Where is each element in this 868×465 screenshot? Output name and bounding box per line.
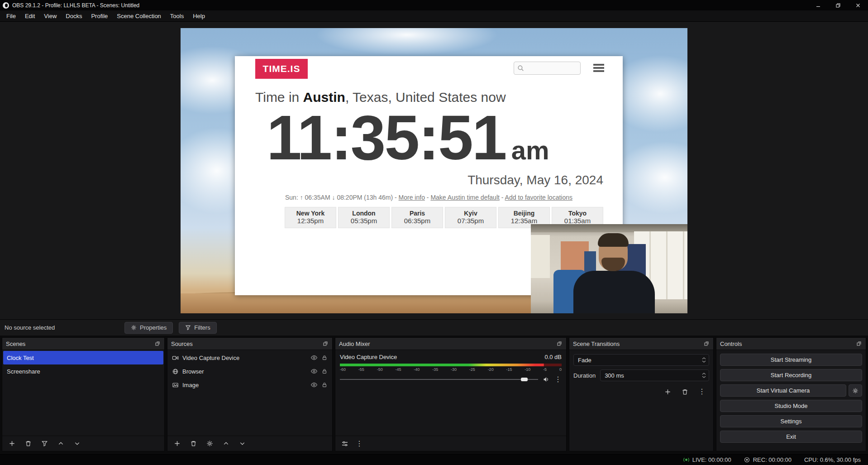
scene-transitions-dock-header[interactable]: Scene Transitions xyxy=(569,338,713,350)
sources-toolbar xyxy=(167,436,332,451)
dock-popout-icon[interactable] xyxy=(856,340,862,347)
city-box: London05:35pm xyxy=(338,207,390,228)
filters-button[interactable]: Filters xyxy=(179,322,216,334)
remove-transition-button[interactable] xyxy=(679,386,690,397)
audio-mixer-dock-header[interactable]: Audio Mixer xyxy=(335,338,566,350)
timeis-header: TIME.IS xyxy=(235,56,623,82)
preview-area: TIME.IS Time in Austin, Texas, United St… xyxy=(0,22,868,319)
cloud-shape xyxy=(316,28,497,55)
move-scene-down-button[interactable] xyxy=(72,438,82,449)
scenes-dock-header[interactable]: Scenes xyxy=(2,338,164,350)
speaker-icon[interactable] xyxy=(543,376,550,383)
date-display: Thursday, May 16, 2024 xyxy=(235,173,623,187)
duration-label: Duration xyxy=(573,372,596,379)
video-camera-icon xyxy=(172,355,179,361)
timeis-logo: TIME.IS xyxy=(255,59,308,79)
visibility-eye-icon[interactable] xyxy=(310,368,318,375)
lock-icon[interactable] xyxy=(321,382,328,388)
window-title: OBS 29.1.2 - Profile: LLHLS BETA - Scene… xyxy=(12,2,139,9)
webcam-overlay xyxy=(531,224,687,313)
live-status: LIVE: 00:00:00 xyxy=(683,456,731,463)
duration-spinbox[interactable]: 300 ms xyxy=(600,369,709,381)
more-info-link: More info xyxy=(399,194,425,201)
properties-button[interactable]: Properties xyxy=(124,322,173,334)
start-virtual-camera-button[interactable]: Start Virtual Camera xyxy=(720,384,846,397)
dock-popout-icon[interactable] xyxy=(703,340,710,347)
image-icon xyxy=(172,382,179,388)
source-item-video-capture[interactable]: Video Capture Device xyxy=(168,351,331,364)
settings-button[interactable]: Settings xyxy=(720,415,862,427)
combo-arrows-icon[interactable] xyxy=(702,357,707,363)
visibility-eye-icon[interactable] xyxy=(310,354,318,361)
source-item-image[interactable]: Image xyxy=(168,378,331,392)
menu-docks[interactable]: Docks xyxy=(61,11,86,21)
dock-popout-icon[interactable] xyxy=(322,340,329,347)
scene-item-clock-test[interactable]: Clock Test xyxy=(3,351,163,364)
filter-funnel-icon xyxy=(185,325,191,331)
menu-profile[interactable]: Profile xyxy=(86,11,112,21)
lock-icon[interactable] xyxy=(321,355,328,361)
dock-popout-icon[interactable] xyxy=(556,340,563,347)
timeis-search-box xyxy=(514,62,581,75)
mixer-options-button[interactable]: ⋮ xyxy=(356,440,363,447)
rec-status: REC: 00:00:00 xyxy=(744,456,792,463)
add-source-button[interactable] xyxy=(172,438,182,449)
minimize-button[interactable] xyxy=(808,0,828,10)
cloud-shape xyxy=(615,141,687,214)
scene-filters-button[interactable] xyxy=(39,438,50,449)
spinner-arrows-icon[interactable] xyxy=(702,373,707,378)
remove-scene-button[interactable] xyxy=(23,438,33,449)
transition-select[interactable]: Fade xyxy=(573,354,709,366)
lock-icon[interactable] xyxy=(321,368,328,374)
clock-ampm: am xyxy=(511,137,549,163)
meter-scale: -60-55-50-45-40-35-30-25-20-15-10-50 xyxy=(340,367,562,372)
scenes-dock: Scenes Clock Test Screenshare xyxy=(2,337,165,451)
advanced-audio-properties-button[interactable] xyxy=(339,438,350,449)
add-transition-button[interactable] xyxy=(662,386,673,397)
scene-item-screenshare[interactable]: Screenshare xyxy=(3,364,163,378)
channel-options-button[interactable]: ⋮ xyxy=(554,376,562,383)
exit-button[interactable]: Exit xyxy=(720,431,862,443)
menu-tools[interactable]: Tools xyxy=(166,11,188,21)
move-source-up-button[interactable] xyxy=(220,438,231,449)
source-item-browser[interactable]: Browser xyxy=(168,364,331,378)
volume-slider[interactable] xyxy=(340,376,538,383)
dock-row: Scenes Clock Test Screenshare xyxy=(0,336,868,454)
close-button[interactable] xyxy=(848,0,868,10)
visibility-eye-icon[interactable] xyxy=(310,381,318,388)
source-toolbar: No source selected Properties Filters xyxy=(0,319,868,336)
city-box: New York12:35pm xyxy=(285,207,336,228)
source-properties-button[interactable] xyxy=(204,438,215,449)
gear-icon xyxy=(852,388,858,394)
sources-dock-header[interactable]: Sources xyxy=(167,338,332,350)
volume-slider-track[interactable] xyxy=(340,379,538,380)
preview-canvas[interactable]: TIME.IS Time in Austin, Texas, United St… xyxy=(181,28,687,313)
menu-view[interactable]: View xyxy=(39,11,61,21)
move-source-down-button[interactable] xyxy=(237,438,248,449)
move-scene-up-button[interactable] xyxy=(55,438,66,449)
menu-scene-collection[interactable]: Scene Collection xyxy=(112,11,166,21)
person-torso xyxy=(573,271,655,313)
record-icon xyxy=(744,457,750,463)
add-scene-button[interactable] xyxy=(6,438,17,449)
menu-file[interactable]: File xyxy=(2,11,20,21)
menu-help[interactable]: Help xyxy=(188,11,210,21)
restore-button[interactable] xyxy=(828,0,848,10)
title-bar: OBS 29.1.2 - Profile: LLHLS BETA - Scene… xyxy=(0,0,868,10)
person-head xyxy=(599,236,628,270)
volume-slider-handle[interactable] xyxy=(521,378,528,381)
menu-edit[interactable]: Edit xyxy=(20,11,39,21)
remove-source-button[interactable] xyxy=(188,438,199,449)
webcam-window xyxy=(531,235,550,278)
transition-options-button[interactable]: ⋮ xyxy=(696,386,707,397)
broadcast-icon xyxy=(683,457,689,463)
start-streaming-button[interactable]: Start Streaming xyxy=(720,354,862,366)
controls-dock-header[interactable]: Controls xyxy=(716,338,866,350)
start-recording-button[interactable]: Start Recording xyxy=(720,369,862,381)
city-box: Kyiv07:35pm xyxy=(445,207,496,228)
virtual-camera-settings-button[interactable] xyxy=(849,384,862,397)
studio-mode-button[interactable]: Studio Mode xyxy=(720,400,862,412)
cpu-fps-stats: CPU: 0.6%, 30.00 fps xyxy=(804,456,861,463)
dock-popout-icon[interactable] xyxy=(154,340,161,347)
audio-mixer-dock: Audio Mixer Video Capture Device 0.0 dB … xyxy=(335,337,567,451)
